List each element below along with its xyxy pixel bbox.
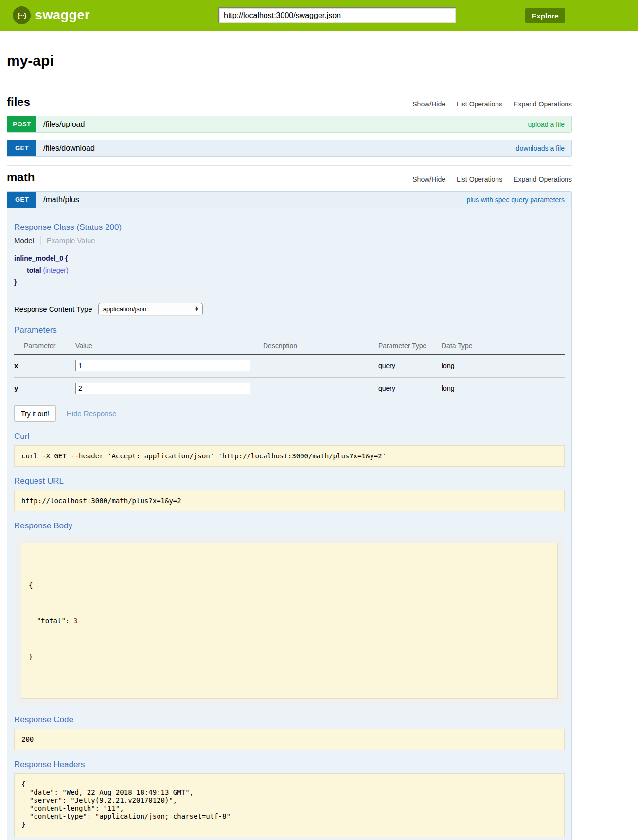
section-files: files Show/Hide List Operations Expand O… [7, 95, 572, 157]
response-code-value: 200 [14, 729, 565, 750]
swagger-logo-icon: {···} [13, 6, 31, 24]
model-signature: inline_model_0 { total (integer) } [14, 252, 565, 288]
response-code-heading: Response Code [14, 715, 565, 725]
response-body-heading: Response Body [14, 521, 565, 531]
operation-path-link[interactable]: /math/plus [43, 195, 79, 204]
post-method-badge: POST [7, 116, 36, 132]
list-operations-link[interactable]: List Operations [457, 175, 502, 183]
tab-example-value[interactable]: Example Value [41, 236, 95, 245]
parameter-y-input[interactable] [75, 383, 250, 394]
controls-separator [451, 176, 451, 183]
response-content-type-select[interactable]: application/json ▲▼ [98, 303, 203, 315]
response-class-heading: Response Class (Status 200) [14, 223, 565, 232]
parameter-description [263, 377, 378, 400]
parameters-table: Parameter Value Description Parameter Ty… [14, 339, 565, 400]
parameter-name: y [14, 377, 75, 400]
json-value: 3 [73, 617, 77, 625]
model-property-type: (integer) [43, 266, 68, 274]
json-key: "total": [37, 617, 70, 625]
response-headers-code: { "date": "Wed, 22 Aug 2018 18:49:13 GMT… [14, 773, 565, 837]
hide-response-link[interactable]: Hide Response [67, 409, 117, 418]
explore-button[interactable]: Explore [525, 8, 565, 23]
column-header-description: Description [263, 339, 378, 354]
section-controls: Show/Hide List Operations Expand Operati… [412, 175, 572, 184]
request-url-code: http://localhost:3000/math/plus?x=1&y=2 [14, 490, 565, 511]
parameter-name: x [14, 354, 75, 377]
main-content: my-api files Show/Hide List Operations E… [7, 52, 572, 840]
section-divider [7, 165, 572, 166]
expand-operations-link[interactable]: Expand Operations [514, 100, 572, 108]
column-header-value: Value [75, 339, 263, 354]
model-open-brace: inline_model_0 { [14, 252, 565, 264]
controls-separator [508, 176, 508, 183]
page-title: my-api [7, 52, 572, 69]
show-hide-link[interactable]: Show/Hide [412, 175, 445, 183]
selected-content-type: application/json [103, 305, 147, 313]
parameter-type: query [378, 377, 442, 400]
parameters-heading: Parameters [14, 325, 565, 335]
operation-heading[interactable]: GET /files/download downloads a file [7, 140, 571, 156]
parameter-row-x: x query long [14, 354, 565, 377]
section-title-files: files [7, 95, 30, 109]
curl-command-code: curl -X GET --header 'Accept: applicatio… [14, 445, 565, 467]
operation-path-link[interactable]: /files/upload [43, 120, 85, 129]
try-it-out-row: Try it out! Hide Response [14, 405, 565, 422]
header-bar: {···} swagger Explore [0, 0, 638, 31]
response-headers-heading: Response Headers [14, 760, 565, 770]
section-title-math: math [7, 171, 35, 184]
parameter-x-input[interactable] [75, 360, 250, 371]
model-close-brace: } [14, 276, 565, 288]
get-method-badge: GET [7, 192, 36, 208]
try-it-out-button[interactable]: Try it out! [14, 405, 56, 422]
operation-path-link[interactable]: /files/download [43, 144, 95, 153]
parameter-data-type: long [442, 377, 565, 400]
column-header-data-type: Data Type [442, 339, 565, 354]
curl-heading: Curl [14, 432, 565, 441]
response-body-code: { "total":3 } [21, 542, 558, 699]
tab-model[interactable]: Model [14, 236, 41, 245]
operation-post-files-upload: POST /files/upload upload a file [7, 116, 572, 133]
operation-get-math-plus: GET /math/plus plus with spec query para… [7, 191, 572, 840]
model-property: total (integer) [14, 264, 565, 277]
operation-summary-link[interactable]: plus with spec query parameters [466, 196, 565, 204]
column-header-parameter-type: Parameter Type [378, 339, 442, 354]
response-content-type-label: Response Content Type [14, 305, 92, 313]
list-operations-link[interactable]: List Operations [457, 100, 502, 108]
json-open-brace: { [29, 579, 550, 592]
operation-get-files-download: GET /files/download downloads a file [7, 140, 572, 157]
response-body-container: { "total":3 } [14, 536, 565, 706]
controls-separator [451, 101, 451, 108]
operation-summary-link[interactable]: downloads a file [516, 144, 565, 152]
swagger-logo[interactable]: {···} swagger [13, 6, 90, 24]
request-url-heading: Request URL [14, 476, 565, 486]
section-controls: Show/Hide List Operations Expand Operati… [412, 100, 572, 109]
model-property-name: total [27, 266, 41, 274]
brand-title: swagger [35, 8, 90, 23]
controls-separator [508, 101, 508, 108]
parameter-type: query [378, 354, 442, 377]
get-method-badge: GET [7, 140, 36, 156]
parameter-description [263, 354, 378, 377]
model-tabs: Model Example Value [14, 236, 565, 245]
operation-expanded-panel: Response Class (Status 200) Model Exampl… [7, 208, 571, 840]
json-total-line: "total":3 [29, 615, 550, 627]
section-math: math Show/Hide List Operations Expand Op… [7, 171, 572, 840]
operation-heading[interactable]: POST /files/upload upload a file [7, 116, 571, 132]
operation-heading[interactable]: GET /math/plus plus with spec query para… [7, 192, 571, 208]
operation-summary-link[interactable]: upload a file [528, 121, 565, 128]
parameter-row-y: y query long [14, 377, 565, 400]
show-hide-link[interactable]: Show/Hide [412, 100, 445, 108]
spec-url-input[interactable] [218, 7, 456, 23]
response-content-type-row: Response Content Type application/json ▲… [14, 303, 565, 315]
select-arrows-icon: ▲▼ [195, 307, 199, 311]
json-close-brace: } [29, 651, 550, 663]
expand-operations-link[interactable]: Expand Operations [514, 175, 572, 183]
parameter-data-type: long [442, 354, 565, 377]
column-header-parameter: Parameter [14, 339, 75, 354]
